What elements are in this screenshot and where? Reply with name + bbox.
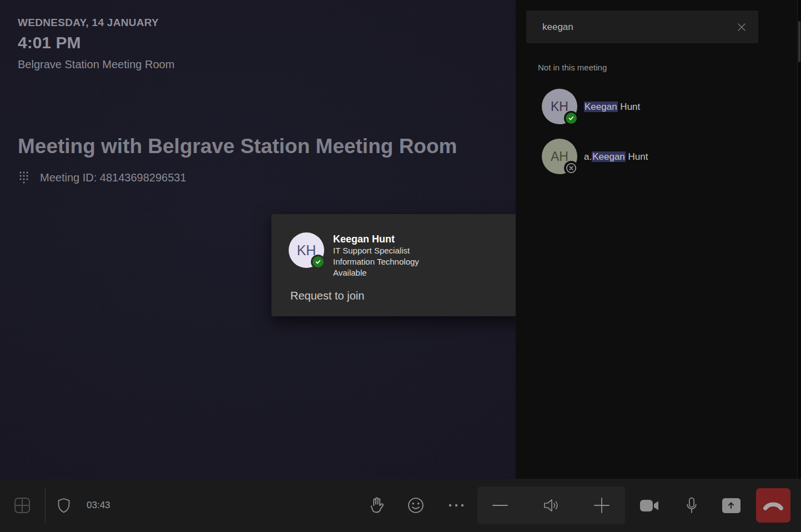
section-label-not-in-meeting: Not in this meeting: [538, 63, 607, 72]
meeting-id-text: Meeting ID: 48143698296531: [40, 171, 187, 184]
volume-down-icon: [492, 504, 508, 506]
name-highlight: Keegan: [584, 102, 618, 112]
dialpad-icon: [19, 171, 29, 184]
meeting-id-row: Meeting ID: 48143698296531: [19, 171, 187, 184]
name-prefix: a.: [584, 151, 592, 162]
presence-available-icon: [311, 255, 325, 269]
teams-meeting-window: WEDNESDAY, 14 JANUARY 4:01 PM Belgrave S…: [0, 0, 801, 532]
search-clear-icon[interactable]: [734, 19, 749, 35]
call-toolbar: 03:43: [0, 479, 801, 532]
stage-room-name: Belgrave Station Meeting Room: [18, 58, 174, 71]
presence-offline-icon: [564, 161, 578, 175]
mic-button[interactable]: [679, 479, 704, 532]
grid-view-button[interactable]: [10, 479, 34, 532]
volume-control-group: [477, 487, 625, 524]
name-suffix: Hunt: [618, 102, 641, 112]
grid-view-icon: [13, 496, 31, 514]
camera-icon: [639, 499, 659, 513]
avatar: KH: [542, 89, 577, 124]
presence-available-icon: [564, 111, 578, 125]
mic-icon: [684, 497, 699, 514]
camera-button[interactable]: [637, 479, 662, 532]
scrollbar[interactable]: [797, 0, 801, 479]
raise-hand-icon: [369, 496, 385, 515]
request-to-join-button[interactable]: Request to join: [290, 290, 364, 302]
more-icon: [447, 503, 465, 508]
avatar-initials: AH: [551, 149, 568, 164]
volume-up-button[interactable]: [590, 487, 614, 524]
profile-card-department: Information Technology: [333, 256, 419, 267]
name-suffix: Hunt: [626, 151, 648, 162]
speaker-icon: [542, 498, 560, 513]
toolbar-divider: [45, 488, 46, 523]
stage-header: WEDNESDAY, 14 JANUARY 4:01 PM Belgrave S…: [18, 17, 174, 71]
share-icon: [722, 498, 740, 513]
profile-card: KH Keegan Hunt IT Support Specialist Inf…: [271, 214, 529, 316]
raise-hand-button[interactable]: [365, 479, 389, 532]
profile-card-info: Keegan Hunt IT Support Specialist Inform…: [333, 233, 419, 278]
person-name: Keegan Hunt: [584, 102, 640, 113]
shield-icon: [57, 498, 70, 513]
share-button[interactable]: [719, 479, 743, 532]
profile-card-job-title: IT Support Specialist: [333, 245, 419, 256]
reactions-button[interactable]: [404, 479, 428, 532]
hangup-button[interactable]: [756, 488, 790, 523]
stage-date: WEDNESDAY, 14 JANUARY: [18, 17, 174, 29]
meeting-info-button[interactable]: [52, 479, 76, 532]
profile-card-availability: Available: [333, 267, 419, 278]
avatar: AH: [542, 139, 577, 174]
more-options-button[interactable]: [444, 479, 468, 532]
meeting-title: Meeting with Belgrave Station Meeting Ro…: [18, 135, 457, 158]
hangup-icon: [762, 500, 785, 511]
people-search-box: [526, 11, 758, 43]
people-search-input[interactable]: [526, 22, 734, 33]
call-timer: 03:43: [87, 479, 110, 532]
emoji-icon: [407, 497, 424, 514]
profile-card-name: Keegan Hunt: [333, 233, 419, 245]
profile-card-avatar: KH: [289, 232, 324, 268]
name-highlight: Keegan: [592, 151, 626, 162]
volume-down-button[interactable]: [488, 487, 512, 524]
speaker-button[interactable]: [539, 487, 563, 524]
stage-time: 4:01 PM: [18, 33, 174, 52]
avatar-initials: KH: [551, 99, 568, 114]
volume-up-icon: [594, 498, 609, 513]
people-panel: Not in this meeting KH Keegan Hunt AH: [516, 0, 801, 479]
scrollbar-thumb[interactable]: [798, 21, 800, 62]
person-name: a.Keegan Hunt: [584, 151, 648, 163]
